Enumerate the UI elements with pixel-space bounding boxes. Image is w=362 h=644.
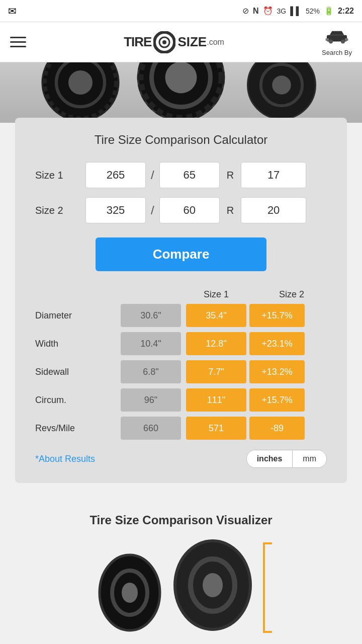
row-diff-4: -89	[249, 417, 305, 440]
logo-com-text: .com	[207, 38, 224, 47]
size2-rim-input[interactable]	[241, 197, 306, 223]
calculator-title: Tire Size Comparison Calculator	[35, 133, 327, 147]
svg-point-18	[272, 75, 291, 95]
size2-width-input[interactable]	[85, 197, 146, 223]
size2-label: Size 2	[35, 205, 80, 216]
row-diff-2: +13.2%	[249, 360, 305, 383]
row-label-1: Width	[35, 339, 121, 349]
svg-point-24	[203, 573, 223, 597]
visualizer-section: Tire Size Comparison Visualizer	[0, 498, 362, 643]
size1-label: Size 1	[35, 170, 80, 181]
results-header: Size 1 Size 2	[35, 289, 327, 300]
status-left: ✉	[8, 5, 17, 17]
status-bar: ✉ ⊘ N ⏰ 3G ▌▌ 52% 🔋 2:22	[0, 0, 362, 22]
row-val1-2: 6.8"	[121, 360, 181, 383]
size1-rim-input[interactable]	[241, 162, 306, 188]
hamburger-line-1	[10, 37, 26, 38]
row-val2-0: 35.4"	[186, 304, 246, 327]
row-label-3: Circum.	[35, 395, 121, 406]
result-row-4: Revs/Mile 660 571 -89	[35, 417, 327, 440]
slash-1: /	[151, 168, 154, 182]
row-val1-0: 30.6"	[121, 304, 181, 327]
time-display: 2:22	[338, 7, 354, 16]
battery-icon: 🔋	[324, 6, 334, 16]
battery-percent: 52%	[306, 7, 320, 15]
slash-2: /	[151, 203, 154, 217]
logo-size-text: SIZE	[177, 34, 207, 50]
logo-tire-text: TIRE	[124, 34, 151, 50]
svg-point-5	[341, 40, 345, 44]
nfc-icon: N	[253, 7, 259, 16]
top-navigation: TIRE SIZE .com Search By	[0, 22, 362, 62]
svg-point-4	[329, 40, 333, 44]
compare-button[interactable]: Compare	[96, 237, 266, 271]
hamburger-line-3	[10, 46, 26, 47]
logo-tire-icon	[153, 31, 175, 53]
size1-row: Size 1 / R	[35, 162, 327, 188]
row-val2-1: 12.8"	[186, 332, 246, 355]
footer-row: *About Results inches mm	[35, 450, 327, 468]
row-label-4: Revs/Mile	[35, 423, 121, 434]
size2-aspect-input[interactable]	[159, 197, 220, 223]
visualizer-title: Tire Size Comparison Visualizer	[0, 513, 362, 527]
status-icons: ⊘ N ⏰ 3G ▌▌ 52% 🔋 2:22	[242, 6, 354, 16]
notification-icon: ✉	[8, 5, 17, 17]
size2-column-header: Size 2	[256, 289, 327, 300]
location-off-icon: ⊘	[242, 6, 249, 16]
car-icon	[325, 28, 349, 48]
svg-rect-7	[345, 38, 348, 41]
logo[interactable]: TIRE SIZE .com	[124, 31, 224, 53]
result-row-2: Sidewall 6.8" 7.7" +13.2%	[35, 360, 327, 383]
unit-inches-button[interactable]: inches	[247, 450, 293, 467]
hero-area	[0, 62, 362, 123]
about-results-link[interactable]: *About Results	[35, 454, 95, 464]
row-label-0: Diameter	[35, 310, 121, 321]
svg-point-14	[165, 62, 197, 94]
row-val2-2: 7.7"	[186, 360, 246, 383]
row-val1-3: 96"	[121, 388, 181, 412]
row-diff-1: +23.1%	[249, 332, 305, 355]
unit-mm-button[interactable]: mm	[293, 450, 326, 467]
r-label-1: R	[227, 170, 234, 181]
visualizer-tire2	[172, 537, 253, 633]
row-diff-0: +15.7%	[249, 304, 305, 327]
search-by-button[interactable]: Search By	[322, 28, 352, 56]
r-label-2: R	[227, 205, 234, 216]
row-label-2: Sidewall	[35, 367, 121, 377]
alarm-icon: ⏰	[263, 6, 273, 16]
result-row-0: Diameter 30.6" 35.4" +15.7%	[35, 304, 327, 327]
hamburger-menu[interactable]	[10, 37, 26, 47]
results-table: Diameter 30.6" 35.4" +15.7% Width 10.4" …	[35, 304, 327, 440]
row-val2-3: 111"	[186, 388, 246, 412]
signal-bars-icon: ▌▌	[290, 7, 302, 16]
visualizer-tire1	[97, 552, 162, 633]
row-val1-4: 660	[121, 417, 181, 440]
svg-rect-6	[326, 38, 329, 41]
row-val2-4: 571	[186, 417, 246, 440]
size-bracket	[263, 542, 265, 633]
row-val1-1: 10.4"	[121, 332, 181, 355]
hamburger-line-2	[10, 41, 26, 43]
result-row-3: Circum. 96" 111" +15.7%	[35, 388, 327, 412]
size2-row: Size 2 / R	[35, 197, 327, 223]
row-diff-3: +15.7%	[249, 388, 305, 412]
svg-point-21	[122, 583, 138, 603]
signal-icon: 3G	[277, 7, 287, 15]
visualizer-area	[0, 537, 362, 633]
size1-column-header: Size 1	[181, 289, 251, 300]
svg-point-2	[162, 40, 166, 44]
calculator-card: Tire Size Comparison Calculator Size 1 /…	[15, 118, 347, 483]
hero-tire-right	[231, 62, 332, 123]
search-by-label: Search By	[322, 49, 352, 56]
size1-width-input[interactable]	[85, 162, 146, 188]
svg-point-10	[68, 70, 93, 95]
hero-tire-center	[111, 62, 251, 123]
result-row-1: Width 10.4" 12.8" +23.1%	[35, 332, 327, 355]
size1-aspect-input[interactable]	[159, 162, 220, 188]
unit-toggle[interactable]: inches mm	[246, 450, 327, 468]
